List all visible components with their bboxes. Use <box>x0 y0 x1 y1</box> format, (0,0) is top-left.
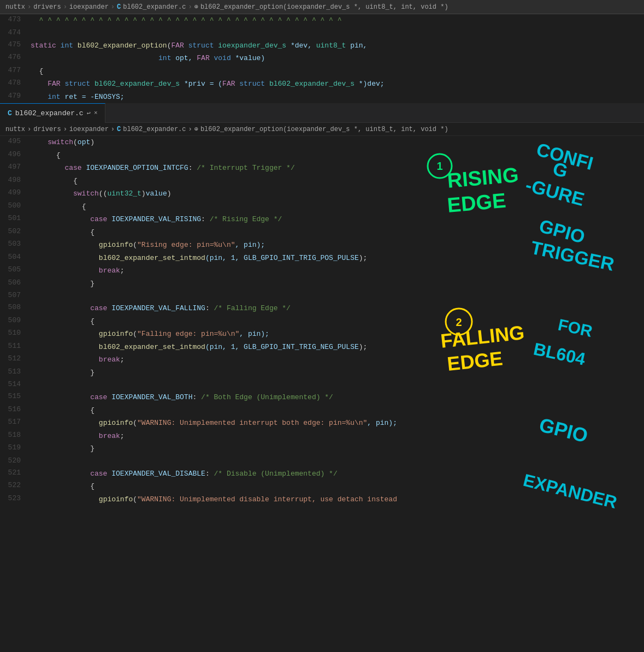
code-line-512: 512 break; <box>0 353 644 366</box>
top-editor: 473 ^ ^ ^ ^ ^ ^ ^ ^ ^ ^ ^ ^ ^ ^ ^ ^ ^ ^ … <box>0 14 644 103</box>
code-line-519: 519 } <box>0 442 644 455</box>
code-editor: 495 switch(opt) 496 { 497 case IOEXPANDE… <box>0 136 644 506</box>
top-code-section: nuttx › drivers › ioexpander › C bl602_e… <box>0 0 644 103</box>
code-line-496: 496 { <box>0 149 644 162</box>
code-line-520: 520 <box>0 455 644 467</box>
editor-breadcrumb: nuttx › drivers › ioexpander › C bl602_e… <box>0 123 644 136</box>
code-line-502: 502 { <box>0 226 644 239</box>
breadcrumb-nuttx: nuttx <box>5 3 25 11</box>
code-line-515: 515 case IOEXPANDER_VAL_BOTH: /* Both Ed… <box>0 391 644 404</box>
code-line-505: 505 break; <box>0 264 644 277</box>
code-line-473: 473 ^ ^ ^ ^ ^ ^ ^ ^ ^ ^ ^ ^ ^ ^ ^ ^ ^ ^ … <box>0 14 644 27</box>
code-line-495: 495 switch(opt) <box>0 136 644 149</box>
tab-bar: C bl602_expander.c ↩ × <box>0 103 644 123</box>
code-line-503: 503 gpioinfo("Rising edge: pin=%u\n", pi… <box>0 239 644 252</box>
code-line-517: 517 gpioinfo("WARNING: Unimplemented int… <box>0 417 644 430</box>
code-line-504: 504 bl602_expander_set_intmod(pin, 1, GL… <box>0 252 644 265</box>
top-breadcrumb: nuttx › drivers › ioexpander › C bl602_e… <box>0 0 644 14</box>
code-line-514: 514 <box>0 379 644 391</box>
code-line-500: 500 { <box>0 200 644 214</box>
tab-lang-label: C <box>8 109 12 117</box>
code-line-507: 507 <box>0 290 644 302</box>
code-line-476: 476 int opt, FAR void *value) <box>0 52 644 65</box>
code-line-511: 511 bl602_expander_set_intmod(pin, 1, GL… <box>0 341 644 354</box>
code-line-479: 479 int ret = -ENOSYS; <box>0 91 644 104</box>
code-line-516: 516 { <box>0 404 644 417</box>
tab-filename: bl602_expander.c <box>15 109 84 117</box>
code-line-513: 513 } <box>0 366 644 380</box>
tab-close-button[interactable]: × <box>94 110 98 116</box>
code-line-497: 497 case IOEXPANDER_OPTION_INTCFG: /* In… <box>0 162 644 175</box>
code-line-477: 477 { <box>0 65 644 78</box>
code-line-522: 522 { <box>0 480 644 493</box>
code-line-498: 498 { <box>0 175 644 188</box>
code-line-478: 478 FAR struct bl602_expander_dev_s *pri… <box>0 78 644 91</box>
code-line-508: 508 case IOEXPANDER_VAL_FALLING: /* Fall… <box>0 302 644 315</box>
code-line-499: 499 switch((uint32_t)value) <box>0 187 644 200</box>
code-line-474: 474 <box>0 27 644 39</box>
code-line-475: 475 static int bl602_expander_option(FAR… <box>0 39 644 52</box>
code-line-506: 506 } <box>0 277 644 291</box>
main-editor: 495 switch(opt) 496 { 497 case IOEXPANDE… <box>0 136 644 506</box>
code-line-521: 521 case IOEXPANDER_VAL_DISABLE: /* Disa… <box>0 467 644 481</box>
code-line-509: 509 { <box>0 315 644 328</box>
code-line-501: 501 case IOEXPANDER_VAL_RISING: /* Risin… <box>0 213 644 226</box>
tab-pin-icon: ↩ <box>87 109 91 117</box>
code-line-510: 510 gpioinfo("Falling edge: pin=%u\n", p… <box>0 328 644 341</box>
code-line-523: 523 gpioinfo("WARNING: Unimplemented dis… <box>0 493 644 506</box>
code-line-518: 518 break; <box>0 430 644 443</box>
tab-bl602[interactable]: C bl602_expander.c ↩ × <box>0 103 105 123</box>
